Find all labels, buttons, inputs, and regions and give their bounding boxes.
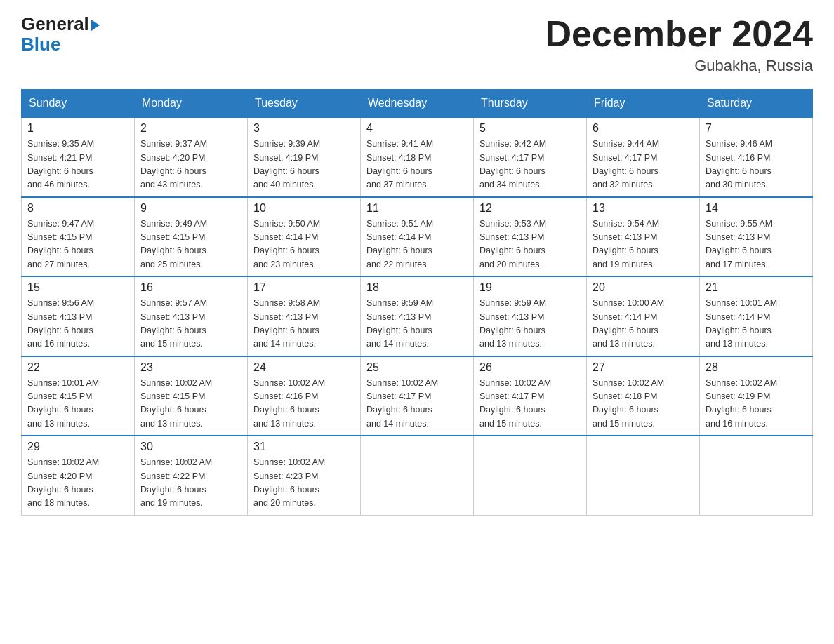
day-number: 26 bbox=[479, 361, 581, 374]
day-info: Sunrise: 9:50 AMSunset: 4:14 PMDaylight:… bbox=[253, 217, 355, 272]
day-info: Sunrise: 9:56 AMSunset: 4:13 PMDaylight:… bbox=[27, 297, 128, 351]
calendar-header-monday: Monday bbox=[135, 90, 248, 118]
day-number: 19 bbox=[479, 281, 581, 294]
logo-blue-text: Blue bbox=[21, 34, 60, 55]
calendar-cell: 28Sunrise: 10:02 AMSunset: 4:19 PMDaylig… bbox=[700, 356, 813, 436]
day-number: 14 bbox=[706, 202, 807, 215]
day-info: Sunrise: 10:02 AMSunset: 4:23 PMDaylight… bbox=[253, 456, 355, 511]
day-info: Sunrise: 10:02 AMSunset: 4:17 PMDaylight… bbox=[479, 377, 581, 431]
calendar-cell: 22Sunrise: 10:01 AMSunset: 4:15 PMDaylig… bbox=[22, 356, 135, 436]
day-info: Sunrise: 9:55 AMSunset: 4:13 PMDaylight:… bbox=[706, 217, 807, 272]
day-info: Sunrise: 10:02 AMSunset: 4:18 PMDaylight… bbox=[593, 377, 694, 431]
day-number: 5 bbox=[479, 122, 581, 135]
day-info: Sunrise: 9:47 AMSunset: 4:15 PMDaylight:… bbox=[27, 217, 128, 272]
day-info: Sunrise: 9:44 AMSunset: 4:17 PMDaylight:… bbox=[593, 137, 694, 192]
day-number: 4 bbox=[366, 122, 468, 135]
calendar-header-saturday: Saturday bbox=[700, 90, 813, 118]
day-info: Sunrise: 10:02 AMSunset: 4:17 PMDaylight… bbox=[366, 377, 468, 431]
calendar-header-thursday: Thursday bbox=[474, 90, 587, 118]
calendar-cell: 16Sunrise: 9:57 AMSunset: 4:13 PMDayligh… bbox=[135, 276, 248, 356]
day-info: Sunrise: 9:37 AMSunset: 4:20 PMDaylight:… bbox=[140, 137, 241, 192]
calendar-week-row: 15Sunrise: 9:56 AMSunset: 4:13 PMDayligh… bbox=[22, 276, 813, 356]
day-info: Sunrise: 10:02 AMSunset: 4:15 PMDaylight… bbox=[140, 377, 241, 431]
calendar-cell: 6Sunrise: 9:44 AMSunset: 4:17 PMDaylight… bbox=[587, 117, 700, 197]
day-info: Sunrise: 9:35 AMSunset: 4:21 PMDaylight:… bbox=[27, 137, 128, 192]
day-info: Sunrise: 9:57 AMSunset: 4:13 PMDaylight:… bbox=[140, 297, 241, 351]
day-info: Sunrise: 10:02 AMSunset: 4:22 PMDaylight… bbox=[140, 456, 241, 511]
calendar-header-tuesday: Tuesday bbox=[248, 90, 361, 118]
page-title: December 2024 bbox=[545, 14, 813, 54]
calendar-cell: 24Sunrise: 10:02 AMSunset: 4:16 PMDaylig… bbox=[248, 356, 361, 436]
calendar-cell: 25Sunrise: 10:02 AMSunset: 4:17 PMDaylig… bbox=[361, 356, 474, 436]
day-number: 24 bbox=[253, 361, 355, 374]
day-info: Sunrise: 9:46 AMSunset: 4:16 PMDaylight:… bbox=[706, 137, 807, 192]
page-header: General Blue December 2024 Gubakha, Russ… bbox=[21, 14, 813, 75]
day-info: Sunrise: 9:49 AMSunset: 4:15 PMDaylight:… bbox=[140, 217, 241, 272]
day-number: 16 bbox=[140, 281, 241, 294]
day-number: 9 bbox=[140, 202, 241, 215]
calendar-header-friday: Friday bbox=[587, 90, 700, 118]
logo-general-text: General bbox=[21, 14, 89, 34]
day-number: 23 bbox=[140, 361, 241, 374]
calendar-cell: 2Sunrise: 9:37 AMSunset: 4:20 PMDaylight… bbox=[135, 117, 248, 197]
calendar-cell: 26Sunrise: 10:02 AMSunset: 4:17 PMDaylig… bbox=[474, 356, 587, 436]
day-info: Sunrise: 10:01 AMSunset: 4:14 PMDaylight… bbox=[706, 297, 807, 351]
day-number: 1 bbox=[27, 122, 128, 135]
day-number: 6 bbox=[593, 122, 694, 135]
calendar-cell: 30Sunrise: 10:02 AMSunset: 4:22 PMDaylig… bbox=[135, 436, 248, 515]
day-number: 7 bbox=[706, 122, 807, 135]
calendar-cell: 29Sunrise: 10:02 AMSunset: 4:20 PMDaylig… bbox=[22, 436, 135, 515]
calendar-cell: 10Sunrise: 9:50 AMSunset: 4:14 PMDayligh… bbox=[248, 197, 361, 277]
day-info: Sunrise: 9:58 AMSunset: 4:13 PMDaylight:… bbox=[253, 297, 355, 351]
day-info: Sunrise: 9:51 AMSunset: 4:14 PMDaylight:… bbox=[366, 217, 468, 272]
day-info: Sunrise: 9:59 AMSunset: 4:13 PMDaylight:… bbox=[479, 297, 581, 351]
day-number: 18 bbox=[366, 281, 468, 294]
day-number: 2 bbox=[140, 122, 241, 135]
day-info: Sunrise: 10:02 AMSunset: 4:16 PMDaylight… bbox=[253, 377, 355, 431]
calendar-cell bbox=[361, 436, 474, 515]
calendar-cell: 19Sunrise: 9:59 AMSunset: 4:13 PMDayligh… bbox=[474, 276, 587, 356]
calendar-cell: 15Sunrise: 9:56 AMSunset: 4:13 PMDayligh… bbox=[22, 276, 135, 356]
calendar-cell bbox=[587, 436, 700, 515]
calendar-cell: 5Sunrise: 9:42 AMSunset: 4:17 PMDaylight… bbox=[474, 117, 587, 197]
day-info: Sunrise: 9:59 AMSunset: 4:13 PMDaylight:… bbox=[366, 297, 468, 351]
calendar-cell: 8Sunrise: 9:47 AMSunset: 4:15 PMDaylight… bbox=[22, 197, 135, 277]
calendar-week-row: 29Sunrise: 10:02 AMSunset: 4:20 PMDaylig… bbox=[22, 436, 813, 515]
calendar-table: SundayMondayTuesdayWednesdayThursdayFrid… bbox=[21, 89, 813, 516]
calendar-cell bbox=[700, 436, 813, 515]
day-info: Sunrise: 10:01 AMSunset: 4:15 PMDaylight… bbox=[27, 377, 128, 431]
day-number: 22 bbox=[27, 361, 128, 374]
day-number: 3 bbox=[253, 122, 355, 135]
day-info: Sunrise: 10:02 AMSunset: 4:19 PMDaylight… bbox=[706, 377, 807, 431]
day-info: Sunrise: 9:41 AMSunset: 4:18 PMDaylight:… bbox=[366, 137, 468, 192]
day-info: Sunrise: 9:39 AMSunset: 4:19 PMDaylight:… bbox=[253, 137, 355, 192]
calendar-week-row: 1Sunrise: 9:35 AMSunset: 4:21 PMDaylight… bbox=[22, 117, 813, 197]
calendar-cell: 23Sunrise: 10:02 AMSunset: 4:15 PMDaylig… bbox=[135, 356, 248, 436]
day-info: Sunrise: 9:54 AMSunset: 4:13 PMDaylight:… bbox=[593, 217, 694, 272]
day-info: Sunrise: 10:00 AMSunset: 4:14 PMDaylight… bbox=[593, 297, 694, 351]
calendar-cell bbox=[474, 436, 587, 515]
calendar-week-row: 22Sunrise: 10:01 AMSunset: 4:15 PMDaylig… bbox=[22, 356, 813, 436]
day-number: 11 bbox=[366, 202, 468, 215]
day-number: 27 bbox=[593, 361, 694, 374]
day-info: Sunrise: 9:53 AMSunset: 4:13 PMDaylight:… bbox=[479, 217, 581, 272]
page-subtitle: Gubakha, Russia bbox=[545, 57, 813, 75]
day-number: 12 bbox=[479, 202, 581, 215]
day-info: Sunrise: 10:02 AMSunset: 4:20 PMDaylight… bbox=[27, 456, 128, 511]
calendar-cell: 4Sunrise: 9:41 AMSunset: 4:18 PMDaylight… bbox=[361, 117, 474, 197]
calendar-cell: 11Sunrise: 9:51 AMSunset: 4:14 PMDayligh… bbox=[361, 197, 474, 277]
calendar-cell: 27Sunrise: 10:02 AMSunset: 4:18 PMDaylig… bbox=[587, 356, 700, 436]
calendar-cell: 31Sunrise: 10:02 AMSunset: 4:23 PMDaylig… bbox=[248, 436, 361, 515]
day-number: 25 bbox=[366, 361, 468, 374]
calendar-header-sunday: Sunday bbox=[22, 90, 135, 118]
calendar-week-row: 8Sunrise: 9:47 AMSunset: 4:15 PMDaylight… bbox=[22, 197, 813, 277]
calendar-cell: 3Sunrise: 9:39 AMSunset: 4:19 PMDaylight… bbox=[248, 117, 361, 197]
calendar-header-row: SundayMondayTuesdayWednesdayThursdayFrid… bbox=[22, 90, 813, 118]
calendar-cell: 21Sunrise: 10:01 AMSunset: 4:14 PMDaylig… bbox=[700, 276, 813, 356]
day-number: 17 bbox=[253, 281, 355, 294]
day-number: 29 bbox=[27, 441, 128, 453]
day-number: 20 bbox=[593, 281, 694, 294]
day-info: Sunrise: 9:42 AMSunset: 4:17 PMDaylight:… bbox=[479, 137, 581, 192]
calendar-cell: 18Sunrise: 9:59 AMSunset: 4:13 PMDayligh… bbox=[361, 276, 474, 356]
calendar-cell: 20Sunrise: 10:00 AMSunset: 4:14 PMDaylig… bbox=[587, 276, 700, 356]
